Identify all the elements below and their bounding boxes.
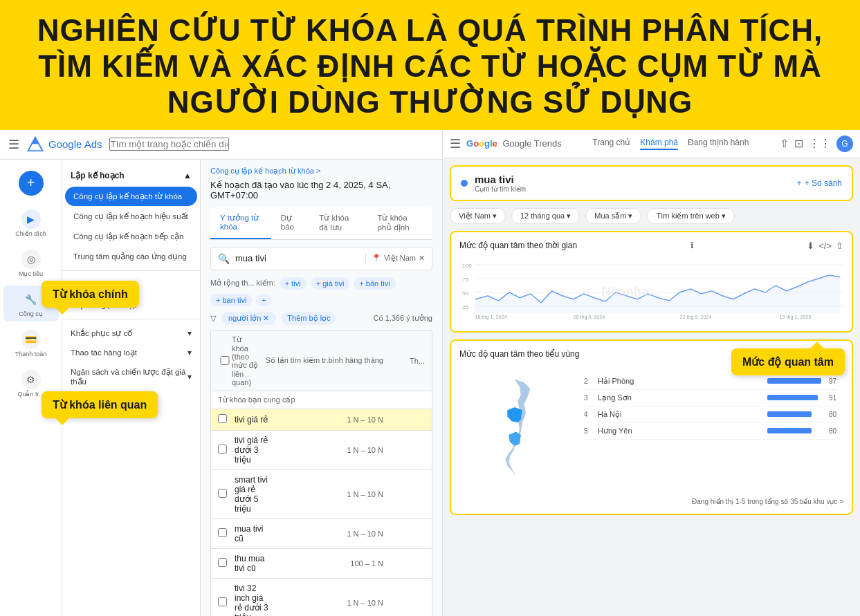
trends-nav-home[interactable]: Trang chủ [592, 138, 630, 150]
keyword-name: tivi 32 inch giá rẻ dưới 3 triệu [235, 584, 273, 616]
admin-icon: ⚙ [21, 370, 41, 389]
header-banner: NGHIÊN CỨU TỪ KHÓA LÀ QUÁ TRÌNH PHÂN TÍC… [0, 0, 860, 130]
filter-12months[interactable]: 12 tháng qua ▾ [511, 208, 580, 224]
table-row[interactable]: smart tivi giá rẻ dưới 5 triệu 1 N – 10 … [210, 470, 432, 519]
ads-inner: Lập kế hoạch ▲ Công cụ lập kế hoạch từ k… [62, 160, 442, 616]
expand-label: Mở rộng th... kiếm: [210, 279, 275, 288]
chart-card-time: Mức độ quan tâm theo thời gian ℹ ⬇ </> ⇧… [450, 231, 853, 333]
compare-button[interactable]: + + So sánh [797, 178, 842, 188]
row-checkbox[interactable] [218, 445, 227, 454]
main-content: ☰ Google Ads + ▶ Chiến dịch ◎ [0, 130, 860, 616]
tooltip-main-keyword: Từ khóa chính [42, 281, 139, 308]
table-row[interactable]: tivi giá rẻ dưới 3 triệu 1 N – 10 N [210, 431, 432, 470]
interest-value: 80 [823, 427, 836, 435]
header-line3: NGƯỜI DÙNG THƯỜNG SỬ DỤNG [167, 85, 693, 119]
info-icon[interactable]: ℹ [690, 241, 694, 250]
tab-keyword-ideas[interactable]: Ý tưởng từ khóa [210, 207, 271, 239]
chart-header-time: Mức độ quan tâm theo thời gian ℹ ⬇ </> ⇧ [459, 241, 843, 251]
nav-collapse-budget[interactable]: Ngân sách và chiến lược đặt giá thầu ▾ [62, 362, 200, 391]
interest-value: 91 [823, 394, 836, 402]
svg-text:22 thg 9, 2024: 22 thg 9, 2024 [680, 315, 712, 320]
interest-bar [767, 411, 812, 417]
search-term-card: mua tivi Cụm từ tìm kiếm + + So sánh [450, 165, 853, 201]
share-chart-icon[interactable]: ⇧ [836, 241, 843, 251]
google-ads-triangle-icon [26, 136, 44, 153]
keyword-section-header: Từ khóa bạn cung cấp [210, 391, 432, 409]
filters-row: Việt Nam ▾ 12 tháng qua ▾ Mua sắm ▾ Tìm … [450, 208, 853, 224]
list-item: 5 Hưng Yên 80 [584, 423, 836, 440]
hamburger-icon[interactable]: ☰ [8, 137, 19, 152]
row-checkbox[interactable] [218, 597, 227, 606]
chip-more[interactable]: + [256, 294, 271, 306]
chip-gia-tivi[interactable]: + giá tivi [311, 277, 350, 290]
nav-collapse-icon: ▲ [183, 171, 192, 180]
result-count: Có 1.366 ý tưởng [373, 314, 432, 323]
interest-rank: 3 [584, 394, 598, 402]
table-row[interactable]: tivi 32 inch giá rẻ dưới 3 triệu 1 N – 1… [210, 579, 432, 616]
trends-nav-explore[interactable]: Khám phá [640, 138, 678, 150]
section-footer[interactable]: Đang hiển thị 1-5 trong tổng số 35 tiểu … [459, 498, 843, 505]
trend-chart-svg: 100 75 50 25 Nhanha... 18 thg [459, 258, 843, 320]
row-checkbox[interactable] [218, 528, 227, 537]
keyword-rows: tivi giá rẻ 1 N – 10 N tivi giá rẻ dưới … [210, 409, 432, 616]
account-icon[interactable]: G [836, 136, 853, 152]
download-icon[interactable]: ⬇ [807, 241, 814, 251]
map-interest-section: 2 Hải Phòng 97 3 Lạng Sơn 91 4 Hà Nội 80… [459, 366, 843, 494]
search-volume: 1 N – 10 N [273, 530, 383, 538]
sidebar-item-campaigns[interactable]: ▶ Chiến dịch [3, 205, 59, 241]
code-icon[interactable]: </> [818, 241, 832, 251]
row-checkbox[interactable] [218, 558, 227, 567]
chip-ban-tivi-2[interactable]: + ban tivi [210, 294, 252, 306]
filter-shopping[interactable]: Mua sắm ▾ [585, 208, 641, 224]
page-title: Kế hoạch đã tạo vào lúc thg 2 4, 2025, 4… [210, 180, 432, 200]
table-row[interactable]: mua tivi cũ 1 N – 10 N [210, 519, 432, 549]
ads-search-input[interactable] [109, 138, 229, 151]
tab-saved-keywords[interactable]: Từ khóa đã lưu [309, 207, 367, 239]
interest-bar-container [767, 411, 823, 417]
trend-search-term: mua tivi [475, 174, 526, 185]
nav-item-app-ads[interactable]: Trung tâm quảng cáo ứng dụng [65, 247, 197, 266]
header-line2: TÌM KIẾM VÀ XÁC ĐỊNH CÁC TỪ HOẶC CỤM TỪ … [38, 49, 822, 83]
billing-icon: 💳 [21, 330, 41, 349]
keyword-search-input[interactable] [235, 253, 360, 263]
filter-vietnam[interactable]: Việt Nam ▾ [450, 208, 506, 224]
google-ads-panel: ☰ Google Ads + ▶ Chiến dịch ◎ [0, 130, 443, 616]
ads-logo: Google Ads [26, 136, 102, 153]
sidebar-item-goals[interactable]: ◎ Mục tiêu [3, 245, 59, 281]
nav-section-header[interactable]: Lập kế hoạch ▲ [62, 165, 200, 186]
svg-text:25: 25 [462, 304, 469, 310]
create-button[interactable]: + [19, 171, 44, 196]
filter-chip-people[interactable]: người lớn ✕ [221, 312, 276, 325]
search-icon: 🔍 [218, 253, 230, 264]
chip-tivi[interactable]: + tivi [280, 277, 307, 290]
nav-item-reach-planner[interactable]: Công cụ lập kế hoạch tiếp cận [65, 227, 197, 246]
tab-negative-keywords[interactable]: Từ khóa phủ định [367, 207, 432, 239]
nav-collapse-fixes[interactable]: Khắc phục sự cố ▾ [62, 324, 200, 343]
nav-item-keyword-planner[interactable]: Công cụ lập kế hoạch từ khóa [65, 187, 197, 206]
location-close-icon[interactable]: ✕ [419, 254, 425, 263]
trends-nav-trending[interactable]: Đang thịnh hành [688, 138, 749, 150]
breadcrumb[interactable]: Công cụ lập kế hoạch từ khóa > [210, 167, 432, 176]
hamburger-trends-icon[interactable]: ☰ [450, 136, 461, 151]
embed-icon[interactable]: ⊡ [794, 137, 803, 150]
keyword-name: tivi giá rẻ [235, 415, 273, 424]
chip-ban-tivi[interactable]: + bán tivi [354, 277, 395, 290]
row-checkbox[interactable] [218, 414, 227, 423]
grid-icon[interactable]: ⋮⋮ [809, 137, 831, 150]
trends-nav: Trang chủ Khám phá Đang thịnh hành [567, 138, 774, 150]
select-all-checkbox[interactable] [218, 356, 232, 365]
filter-web-search[interactable]: Tìm kiếm trên web ▾ [647, 208, 734, 224]
col-search-vol-header: Số lần tìm kiếm tr.bình hàng tháng [259, 356, 383, 365]
nav-item-performance-planner[interactable]: Công cụ lập kế hoạch hiệu suất [65, 207, 197, 226]
table-row[interactable]: thu mua tivi cũ 100 – 1 N [210, 549, 432, 579]
add-filter-btn[interactable]: Thêm bộ lọc [282, 312, 336, 325]
share-icon[interactable]: ⇧ [780, 137, 789, 150]
keyword-name: mua tivi cũ [235, 524, 273, 543]
sidebar-item-billing[interactable]: 💳 Thanh toán [3, 326, 59, 362]
row-checkbox[interactable] [218, 489, 227, 498]
list-item: 2 Hải Phòng 97 [584, 373, 836, 390]
tab-forecast[interactable]: Dự báo [271, 207, 309, 239]
nav-collapse-bulk[interactable]: Thao tác hàng loạt ▾ [62, 343, 200, 362]
table-row[interactable]: tivi giá rẻ 1 N – 10 N [210, 409, 432, 431]
interest-bar [767, 378, 821, 384]
